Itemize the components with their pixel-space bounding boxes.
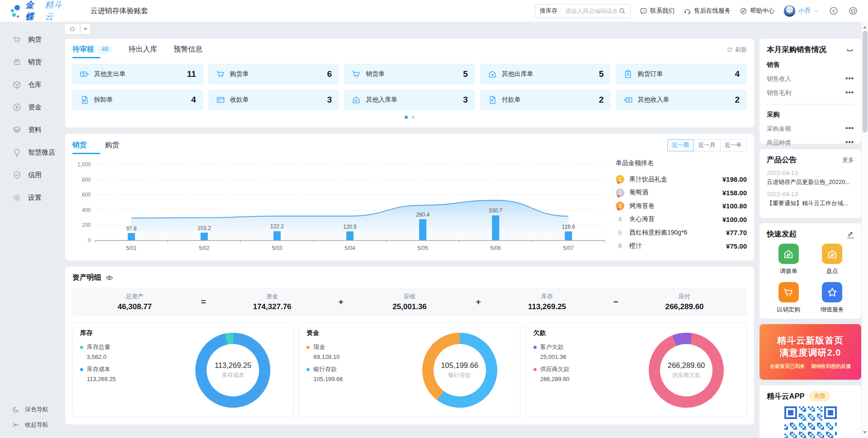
- username: 小乔: [798, 7, 811, 15]
- eye-icon[interactable]: [105, 274, 113, 282]
- search-input[interactable]: [565, 8, 618, 14]
- todo-card-count: 6: [327, 69, 332, 79]
- back-to-old-version-button[interactable]: [828, 6, 839, 16]
- ranking-row[interactable]: 5 西红柿意粉酱190g*6 ¥77.70: [616, 226, 747, 240]
- todo-card-purchase-request[interactable]: 购货订单 4: [616, 64, 747, 85]
- todo-card-count: 5: [463, 69, 468, 79]
- range-month-button[interactable]: 近一月: [693, 139, 721, 151]
- ranking-row[interactable]: 6 橙汁 ¥75.00: [616, 240, 747, 253]
- tab-list-dropdown[interactable]: [81, 24, 90, 34]
- banner-subtitle-1: 全新首页已到来: [770, 363, 805, 370]
- tab-warning-info[interactable]: 预警信息: [174, 45, 203, 58]
- todo-card-other-outbound[interactable]: 其他出库单 5: [480, 64, 611, 85]
- tab-label: 购货: [105, 141, 119, 150]
- announcement-text: 【重要通知】精斗云工作台域...: [767, 199, 854, 207]
- sales-trend-chart[interactable]: 02004006008001,00097.8103.2122.2120.5280…: [72, 157, 611, 256]
- announcements-title: 产品公告: [767, 155, 797, 165]
- ranking-row[interactable]: 1 果汁饮品礼盒 ¥198.00: [616, 173, 747, 186]
- quick-action-value-added[interactable]: 增值服务: [811, 282, 854, 314]
- refresh-button[interactable]: 刷新: [726, 46, 747, 58]
- sidebar-item-purchase[interactable]: 购货: [0, 28, 65, 51]
- announcement-item[interactable]: 2022-04-13 【重要通知】精斗云工作台域...: [767, 191, 854, 207]
- help-center-link[interactable]: 帮助中心: [740, 7, 774, 15]
- todo-card-other-expense[interactable]: 其他支出单 11: [72, 64, 203, 85]
- survey-banner[interactable]: 精斗云新版首页 满意度调研2.0 全新首页已到来 期待收到您的反馈: [760, 324, 861, 380]
- todo-card-count: 11: [187, 69, 196, 79]
- dark-nav-toggle[interactable]: 深色导航: [0, 402, 65, 417]
- ranking-row[interactable]: 2 葡萄酒 ¥158.00: [616, 186, 747, 200]
- svg-text:120.5: 120.5: [343, 224, 357, 230]
- range-week-button[interactable]: 近一周: [667, 139, 694, 151]
- quick-action-transfer[interactable]: 调拨单: [767, 244, 811, 275]
- todo-card-sales-order[interactable]: 销货单 5: [344, 64, 475, 85]
- todo-card-purchase-order[interactable]: 购货单 6: [208, 64, 340, 85]
- quick-action-stocktake[interactable]: 盘点: [811, 244, 854, 275]
- scroll-up-arrow[interactable]: [862, 23, 868, 30]
- more-link[interactable]: 更多: [842, 156, 854, 164]
- tab-purchase-trend[interactable]: 购货: [105, 141, 119, 154]
- contact-us-link[interactable]: 联系我们: [640, 7, 675, 15]
- brand-logo[interactable]: 金蝶 精斗云: [10, 0, 69, 23]
- debt-donut-chart[interactable]: 266,289.60 供应商欠款: [649, 333, 724, 408]
- money-out-icon: [80, 69, 90, 79]
- search-icon[interactable]: [618, 7, 626, 14]
- edit-quick-actions-button[interactable]: [847, 231, 854, 238]
- vertical-scrollbar[interactable]: [861, 22, 868, 438]
- sidebar-item-credit[interactable]: 信用: [0, 164, 65, 186]
- donut-center-value: 113,269.25: [215, 361, 251, 370]
- sidebar-item-smart-shop[interactable]: 智慧微店: [0, 141, 65, 164]
- sidebar-item-settings[interactable]: 设置: [0, 186, 65, 209]
- month-summary-panel: 本月采购销售情况 销售 销售收入 *** 销售毛利 *** 采购: [760, 39, 861, 144]
- collapse-nav-toggle[interactable]: 收起导航: [0, 417, 65, 433]
- todo-card-other-income[interactable]: 其他收入单 2: [616, 89, 747, 110]
- ranking-row[interactable]: 3 烤海苔卷 ¥100.80: [616, 199, 747, 213]
- svg-text:1,000: 1,000: [77, 161, 91, 168]
- funds-donut-chart[interactable]: 105,199.66 银行存款: [422, 333, 497, 408]
- summary-label: 采购金额: [767, 125, 791, 133]
- pagination-dot-1[interactable]: [405, 116, 408, 119]
- inventory-donut-chart[interactable]: 113,269.25 库存成本: [195, 333, 270, 408]
- sidebar-item-warehouse[interactable]: 仓库: [0, 73, 65, 96]
- formula-label: 总资产: [72, 292, 197, 301]
- todo-card-other-inbound[interactable]: 其他入库单 3: [344, 89, 475, 110]
- tab-pending-inout[interactable]: 待出入库: [128, 45, 157, 58]
- legend-bullet: [80, 346, 83, 349]
- payment-doc-icon: [487, 95, 497, 105]
- back-icon: [829, 6, 839, 16]
- sidebar-item-data[interactable]: 资料: [0, 118, 65, 141]
- sidebar-item-sales[interactable]: 销货: [0, 51, 65, 73]
- after-sales-service-link[interactable]: 售后在线服务: [684, 7, 731, 15]
- scroll-down-arrow[interactable]: [862, 430, 868, 437]
- trend-header: 销货 购货 近一周 近一月 近一年: [72, 139, 747, 155]
- bronze-medal-icon: 3: [616, 202, 624, 210]
- range-year-button[interactable]: 近一年: [720, 139, 747, 151]
- todo-card-payment[interactable]: 付款单 2: [480, 89, 611, 110]
- todo-card-label: 收款单: [230, 96, 249, 104]
- tab-pending-review[interactable]: 待审核 49: [72, 45, 112, 58]
- formula-label: 应付: [622, 292, 747, 301]
- todo-panel: 待审核 49 待出入库 预警信息 刷新: [65, 39, 754, 127]
- todo-card-receipt[interactable]: 收款单 3: [208, 89, 340, 110]
- announcement-text: 云进销存产品更新公告_20220...: [767, 178, 854, 186]
- assets-panel: 资产明细 总资产 46,308.77 = 资金 174,327.76: [65, 267, 754, 424]
- announcement-item[interactable]: 2022-04-13 云进销存产品更新公告_20220...: [767, 170, 854, 186]
- assets-header: 资产明细: [72, 273, 747, 283]
- legend-label: 库存总量: [87, 343, 110, 351]
- quick-action-sales-purchase[interactable]: 以销定购: [767, 282, 811, 314]
- logout-button[interactable]: [848, 6, 858, 16]
- user-menu[interactable]: 小乔: [783, 5, 819, 17]
- todo-card-disassembly[interactable]: 拆卸单 4: [72, 89, 203, 110]
- tab-sales-trend[interactable]: 销货: [72, 141, 87, 154]
- ranking-product-name: 西红柿意粉酱190g*6: [629, 229, 721, 237]
- ranking-row[interactable]: 4 夹心海苔 ¥100.00: [616, 213, 747, 226]
- tab-label: 销货: [72, 141, 87, 150]
- search-box[interactable]: 搜库存: [535, 4, 631, 18]
- eye-closed-icon[interactable]: [846, 46, 854, 54]
- scrollbar-thumb[interactable]: [863, 31, 868, 132]
- sidebar-item-funds[interactable]: 资金: [0, 96, 65, 118]
- search-scope-label[interactable]: 搜库存: [540, 7, 557, 15]
- settings-icon: [12, 193, 22, 203]
- caret-down-icon: [84, 28, 87, 32]
- pagination-dot-2[interactable]: [412, 116, 415, 119]
- home-tab[interactable]: [65, 24, 80, 34]
